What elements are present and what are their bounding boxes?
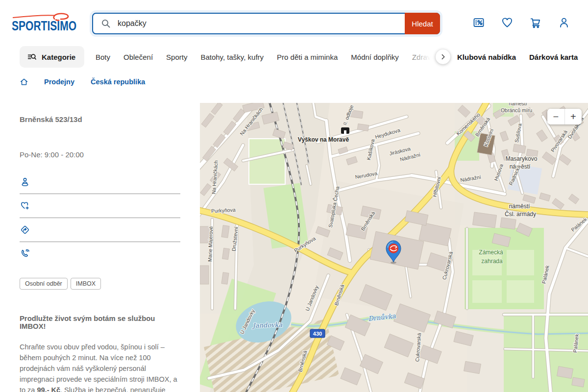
nav-item-bold[interactable]: Dárková karta [529,53,578,61]
home-icon[interactable] [20,77,28,86]
store-location-icon [20,176,30,187]
svg-text:Zámecká: Zámecká [479,249,503,256]
search-bar: Hledat [92,13,440,34]
svg-text:zahrada: zahrada [481,258,503,265]
svg-text:SPORTISIMO: SPORTISIMO [12,19,76,33]
sportisimo-logo[interactable]: SPORTISIMO [12,12,77,33]
zoom-out-button[interactable]: − [547,109,564,124]
store-actions [20,170,180,266]
svg-text:Vyškov na Moravě: Vyškov na Moravě [298,136,349,143]
store-badge: IMBOX [71,278,101,290]
svg-text:430: 430 [313,331,322,337]
store-detail-panel: Brněnská 523/13d Po-Ne: 9:00 - 20:00 Oso… [20,116,180,392]
svg-text:Čsl. armády: Čsl. armády [505,210,536,218]
store-address: Brněnská 523/13d [20,116,180,123]
nav-scroll-right-button[interactable] [436,49,450,64]
categories-button[interactable]: Kategorie [20,46,84,68]
breadcrumb-link[interactable]: Prodejny [44,78,74,86]
search-input[interactable] [117,19,439,28]
svg-text:Obránců míru: Obránců míru [501,107,532,113]
nav-item-bold[interactable]: Klubová nabídka [457,53,516,61]
nav-item[interactable]: Zdraví a výživa [412,53,435,61]
phone-row[interactable] [20,242,180,266]
promo-text: Chraňte svou obuv před vodou, špínou i s… [20,342,180,392]
nav-item[interactable]: Batohy, tašky, kufry [200,53,264,61]
nav-item[interactable]: Módní doplňky [351,53,399,61]
navigate-row[interactable] [20,218,180,242]
cart-icon [529,23,542,30]
navigate-icon [20,224,30,235]
cart-button[interactable] [528,16,543,30]
map-zoom-controls: − + [547,109,582,124]
store-badge: Osobní odběr [20,278,68,290]
header-icons [471,16,571,30]
store-location-row[interactable] [20,170,180,194]
route-shield: 430 [310,329,325,338]
categories-label: Kategorie [42,53,75,61]
nav-item[interactable]: Oblečení [123,53,153,61]
zoom-in-button[interactable]: + [565,109,582,124]
promo-heading: Prodlužte život svým botám se službou IM… [20,315,180,330]
store-hours: Po-Ne: 9:00 - 20:00 [20,151,180,159]
nav-item[interactable]: Pro děti a miminka [277,53,338,61]
wishlist-icon [501,23,514,30]
svg-text:náměstí: náměstí [509,203,530,210]
sportisimo-logo-graphic: SPORTISIMO [12,12,77,33]
page: SPORTISIMO Hledat Kategorie BotyOblečení… [0,0,588,392]
account-button[interactable] [557,16,571,30]
store-badges: Osobní odběrIMBOX [20,278,180,290]
map-container: Na HraničkáchNa HraničkáchII. odbojeHeyd… [200,103,588,392]
phone-icon [20,248,30,259]
search-button[interactable]: Hledat [405,13,440,34]
favorite-store-icon [20,200,30,211]
svg-text:Marie Majerové: Marie Majerové [207,226,214,262]
favorite-store-row[interactable] [20,194,180,218]
chevron-right-icon [439,53,447,61]
nav-items: BotyOblečeníSportyBatohy, tašky, kufryPr… [96,46,435,68]
map-canvas[interactable]: Na HraničkáchNa HraničkáchII. odbojeHeyd… [200,103,588,392]
wishlist-button[interactable] [500,16,514,30]
nav-item[interactable]: Boty [96,53,110,61]
nav-item[interactable]: Sporty [166,53,187,61]
search-icon [100,18,112,29]
voucher-icon [472,23,485,30]
svg-text:Masarykovo: Masarykovo [506,155,538,162]
svg-text:náměstí: náměstí [509,103,527,106]
category-menu-icon [26,51,37,62]
voucher-button[interactable] [471,16,486,30]
nav-bold-items: Klubová nabídkaDárková karta [457,46,578,68]
account-icon [558,23,570,30]
breadcrumb: ProdejnyČeská republika [20,77,145,86]
svg-text:Jandovka: Jandovka [251,321,282,329]
breadcrumb-link[interactable]: Česká republika [91,78,145,86]
